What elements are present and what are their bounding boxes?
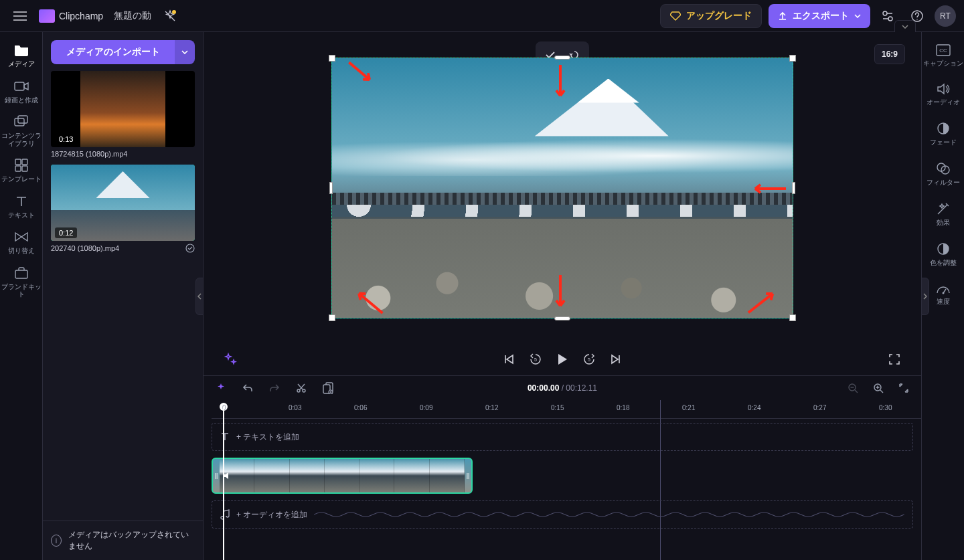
sidebar-item-text[interactable]: テキスト [1,190,42,223]
backup-warning[interactable]: i メディアはバックアップされていません [43,521,203,560]
sidebar-item-templates[interactable]: テンプレート [1,154,42,187]
media-panel: メディアのインポート 0:13 18724815 (1080p).mp4 [43,32,204,560]
sidebar-item-media[interactable]: メディア [1,39,42,72]
video-clip[interactable]: || || [212,458,473,494]
sidebar-item-label: 速度 [937,297,950,306]
upload-icon [778,11,787,21]
media-clip[interactable]: 0:12 202740 (1080p).mp4 [51,165,195,253]
sidebarghost-item-label: オーディオ [927,98,960,107]
sidebar-item-brandkit[interactable]: ブランドキット [1,262,42,302]
ruler-tick: 0:06 [354,404,367,411]
audio-track[interactable]: + オーディオを追加 [212,500,913,529]
timeline-ruler[interactable]: 0 0:03 0:06 0:09 0:12 0:15 0:18 0:21 0:2… [212,400,921,419]
clip-thumbnail[interactable]: 0:13 [51,71,195,147]
sidebar-item-color[interactable]: 色を調整 [923,237,963,273]
ruler-tick: 0:12 [485,404,498,411]
svg-rect-7 [15,159,21,165]
clip-trim-left[interactable]: || [213,459,220,492]
resize-handle-br[interactable] [789,314,796,321]
expand-timeline-button[interactable] [894,20,916,32]
center-area: 16:9 [204,32,921,560]
sidebar-item-label: ブランドキット [1,283,42,298]
copy-button[interactable] [320,380,336,396]
sidebar-item-filters[interactable]: フィルター [923,157,963,193]
zoom-in-button[interactable] [870,380,886,396]
sidebar-item-fade[interactable]: フェード [923,116,963,153]
preview-area: 16:9 [204,32,921,343]
sidebar-item-transitions[interactable]: 切り替え [1,225,42,259]
ai-tools-button[interactable] [217,346,244,373]
ruler-tick: 0:15 [551,404,564,411]
video-track[interactable]: || || [212,458,913,494]
svg-rect-11 [15,270,27,278]
sparkle-removed-icon[interactable] [161,7,179,25]
project-title[interactable]: 無題の動 [114,10,151,22]
svg-rect-5 [15,118,24,126]
resize-handle-tr[interactable] [789,55,796,62]
logo-icon [39,9,55,23]
user-avatar[interactable]: RT [935,5,956,27]
waveform-placeholder [314,510,904,519]
app-logo[interactable]: Clipchamp [39,9,103,23]
forward-5-button[interactable]: 5 [576,346,602,373]
captions-icon: CC [936,44,951,56]
undo-button[interactable] [240,380,256,396]
svg-rect-9 [15,166,21,171]
resize-handle-mr[interactable] [792,182,795,194]
skip-start-button[interactable] [495,346,522,373]
left-sidebar: メディア 録画と作成 コンテンツライブラリ テンプレート テキスト 切り替え [0,32,43,560]
resize-handle-bc[interactable] [554,316,570,320]
sidebar-item-label: フェード [930,138,957,147]
import-media-button[interactable]: メディアのインポート [51,40,175,64]
text-track[interactable]: + テキストを追加 [212,423,913,451]
ai-sparkle-button[interactable] [213,380,229,396]
collapse-right-panel-button[interactable] [921,278,929,315]
check-icon [185,244,195,253]
media-clip[interactable]: 0:13 18724815 (1080p).mp4 [51,71,195,158]
menu-button[interactable] [8,4,32,28]
play-button[interactable] [549,346,576,373]
split-button[interactable] [293,380,309,396]
import-dropdown[interactable] [175,40,195,64]
fade-icon [937,122,950,135]
ruler-tick: 0:27 [813,404,826,411]
sidebar-item-label: 切り替え [8,247,35,255]
sidebar-item-library[interactable]: コンテンツライブラリ [1,110,42,151]
clip-thumbnail[interactable]: 0:12 [51,165,195,241]
folder-icon [13,43,29,58]
playhead-line[interactable] [223,407,224,560]
sidebar-item-effects[interactable]: 効果 [923,197,963,233]
top-bar: Clipchamp 無題の動 アップグレード エクスポート [0,0,964,32]
rewind-5-button[interactable]: 5 [522,346,549,373]
sidebar-item-audio[interactable]: オーディオ [923,78,963,112]
resize-handle-tc[interactable] [554,56,570,60]
svg-rect-4 [15,82,24,90]
transition-icon [14,229,29,244]
sidebar-item-record[interactable]: 録画と作成 [1,75,42,108]
svg-text:5: 5 [588,357,590,362]
zoom-out-button[interactable] [845,380,861,396]
skip-end-button[interactable] [602,346,629,373]
aspect-ratio-selector[interactable]: 16:9 [874,44,905,64]
fullscreen-button[interactable] [881,346,908,373]
resize-handle-ml[interactable] [329,182,333,194]
resize-handle-tl[interactable] [329,55,335,62]
camera-icon [14,79,29,94]
redo-button[interactable] [266,380,283,396]
clip-duration: 0:12 [55,227,77,238]
export-button[interactable]: エクスポート [769,4,870,28]
collapse-panel-button[interactable] [195,278,204,315]
info-icon: i [51,535,62,547]
fit-timeline-button[interactable] [896,380,912,396]
clip-trim-right[interactable]: || [465,459,471,492]
upgrade-button[interactable]: アップグレード [660,4,762,28]
chevron-down-icon [854,14,861,18]
sidebar-item-label: フィルター [927,178,960,187]
svg-rect-6 [18,116,27,123]
preview-canvas[interactable] [331,58,793,318]
sidebar-item-label: 録画と作成 [5,96,38,104]
library-icon [14,114,29,129]
sidebar-item-captions[interactable]: CC キャプション [923,39,963,74]
resize-handle-bl[interactable] [329,314,335,321]
text-icon [15,194,27,209]
